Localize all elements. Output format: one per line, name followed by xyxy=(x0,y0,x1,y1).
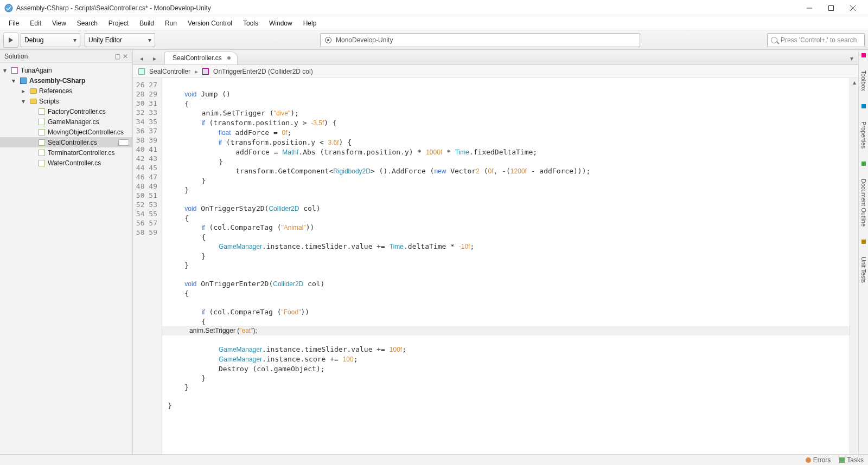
toolbar: Debug ▾ Unity Editor ▾ MonoDevelop-Unity… xyxy=(0,30,868,50)
menu-window[interactable]: Window xyxy=(264,17,298,29)
panel-close-icon[interactable]: ✕ xyxy=(123,53,128,60)
tree-item-terminatorcontroller-cs[interactable]: TerminatorController.cs xyxy=(0,147,132,158)
project-icon xyxy=(20,77,27,85)
tree-item-gamemanager-cs[interactable]: GameManager.cs xyxy=(0,117,132,127)
tree-label: Assembly-CSharp xyxy=(29,77,85,85)
tree-label: FactoryController.cs xyxy=(48,108,106,115)
csharp-file-icon xyxy=(38,118,46,126)
dirty-dot-icon xyxy=(227,56,231,60)
menu-project[interactable]: Project xyxy=(103,17,134,29)
chevron-down-icon: ▾ xyxy=(73,36,76,44)
menu-file[interactable]: File xyxy=(3,17,24,29)
global-search[interactable]: Press 'Control+,' to search xyxy=(767,33,865,47)
rail-tab-unit-tests[interactable]: Unit Tests xyxy=(859,255,868,285)
menu-view[interactable]: View xyxy=(47,17,72,29)
twisty-icon[interactable]: ▾ xyxy=(22,98,27,105)
folder-icon xyxy=(29,87,37,95)
tree-label: TunaAgain xyxy=(21,67,52,74)
tasks-button[interactable]: Tasks xyxy=(839,456,864,464)
tree-item-watercontroller-cs[interactable]: WaterController.cs xyxy=(0,158,132,168)
tree-item-assembly-csharp[interactable]: ▾Assembly-CSharp xyxy=(0,75,132,86)
menu-help[interactable]: Help xyxy=(298,17,322,29)
code-editor[interactable]: void Jump () { anim.SetTrigger ("dive");… xyxy=(162,78,850,454)
csharp-file-icon xyxy=(38,128,46,136)
minimize-button[interactable] xyxy=(799,1,820,16)
line-gutter: 26 27 28 29 30 31 32 33 34 35 36 37 38 3… xyxy=(133,78,162,454)
rail-tab-document-outline[interactable]: Document Outline xyxy=(859,177,868,229)
breadcrumb-member[interactable]: OnTriggerEnter2D (Collider2D col) xyxy=(213,68,313,75)
csharp-file-icon xyxy=(38,139,46,146)
error-icon xyxy=(806,457,811,463)
svg-point-0 xyxy=(5,4,12,12)
chevron-down-icon: ▾ xyxy=(148,36,151,44)
menu-search[interactable]: Search xyxy=(72,17,103,29)
rail-dot-icon xyxy=(861,53,866,57)
configuration-label: Debug xyxy=(24,36,43,44)
nav-back-button[interactable]: ◂ xyxy=(135,53,148,64)
breadcrumb-separator: ▸ xyxy=(195,68,198,75)
method-icon xyxy=(202,68,209,75)
csharp-file-icon xyxy=(38,149,46,157)
play-icon xyxy=(9,37,13,43)
titlebar: Assembly-CSharp - Scripts\SealController… xyxy=(0,0,868,16)
class-icon xyxy=(138,68,145,75)
panel-dock-icon[interactable]: ▢ xyxy=(114,53,120,60)
active-file-badge xyxy=(118,139,129,146)
menu-run[interactable]: Run xyxy=(159,17,182,29)
menu-edit[interactable]: Edit xyxy=(24,17,47,29)
statusbar: Errors Tasks xyxy=(0,454,868,465)
solution-tree[interactable]: ▾TunaAgain▾Assembly-CSharp▸References▾Sc… xyxy=(0,63,132,454)
tree-item-sealcontroller-cs[interactable]: SealController.cs xyxy=(0,137,132,147)
status-search-bar[interactable]: MonoDevelop-Unity xyxy=(320,33,640,47)
solution-panel-title: Solution xyxy=(4,53,28,60)
scroll-up-icon[interactable]: ▴ xyxy=(850,78,858,87)
csharp-file-icon xyxy=(38,108,46,115)
status-text: MonoDevelop-Unity xyxy=(336,36,393,44)
tree-item-references[interactable]: ▸References xyxy=(0,86,132,96)
tree-item-factorycontroller-cs[interactable]: FactoryController.cs xyxy=(0,106,132,117)
menu-build[interactable]: Build xyxy=(134,17,159,29)
maximize-button[interactable] xyxy=(820,1,842,16)
tree-item-scripts[interactable]: ▾Scripts xyxy=(0,96,132,106)
tab-strip: ◂ ▸ SealController.cs ▾ xyxy=(133,50,858,65)
tab-overflow-button[interactable]: ▾ xyxy=(845,53,858,64)
tab-label: SealController.cs xyxy=(173,54,222,62)
nav-forward-button[interactable]: ▸ xyxy=(148,53,161,64)
menu-tools[interactable]: Tools xyxy=(238,17,264,29)
tree-label: Scripts xyxy=(39,98,59,105)
rail-tab-properties[interactable]: Properties xyxy=(859,119,868,151)
run-button[interactable] xyxy=(3,33,18,48)
menu-version-control[interactable]: Version Control xyxy=(182,17,238,29)
target-label: Unity Editor xyxy=(88,36,122,44)
errors-button[interactable]: Errors xyxy=(806,456,831,464)
right-dock-rail: ToolboxPropertiesDocument OutlineUnit Te… xyxy=(858,50,868,454)
solution-panel-header: Solution ▢ ✕ xyxy=(0,50,132,63)
vertical-scrollbar[interactable]: ▴ xyxy=(850,78,858,454)
target-combo[interactable]: Unity Editor ▾ xyxy=(85,33,155,47)
twisty-icon[interactable]: ▾ xyxy=(12,77,17,85)
tree-label: SealController.cs xyxy=(48,139,97,146)
breadcrumb: SealController ▸ OnTriggerEnter2D (Colli… xyxy=(133,65,858,78)
csharp-file-icon xyxy=(38,159,46,167)
tree-label: GameManager.cs xyxy=(48,118,99,126)
target-icon xyxy=(325,37,331,43)
window-title: Assembly-CSharp - Scripts\SealController… xyxy=(16,4,211,12)
rail-tab-toolbox[interactable]: Toolbox xyxy=(859,68,868,93)
tree-item-movingobjectcontroller-cs[interactable]: MovingObjectController.cs xyxy=(0,127,132,137)
twisty-icon[interactable]: ▸ xyxy=(22,87,27,95)
svg-rect-2 xyxy=(829,5,834,10)
rail-dot-icon xyxy=(861,104,866,108)
breadcrumb-class[interactable]: SealController xyxy=(149,68,190,75)
menubar: FileEditViewSearchProjectBuildRunVersion… xyxy=(0,16,868,30)
search-placeholder: Press 'Control+,' to search xyxy=(781,36,857,44)
twisty-icon[interactable]: ▾ xyxy=(3,67,9,74)
search-icon xyxy=(771,37,777,43)
close-button[interactable] xyxy=(842,1,864,16)
solution-sidebar: Solution ▢ ✕ ▾TunaAgain▾Assembly-CSharp▸… xyxy=(0,50,133,454)
errors-label: Errors xyxy=(813,456,831,464)
tree-item-tunaagain[interactable]: ▾TunaAgain xyxy=(0,65,132,75)
tree-label: References xyxy=(39,87,72,95)
tab-sealcontroller[interactable]: SealController.cs xyxy=(164,51,238,64)
tasks-label: Tasks xyxy=(847,456,864,464)
configuration-combo[interactable]: Debug ▾ xyxy=(21,33,80,47)
